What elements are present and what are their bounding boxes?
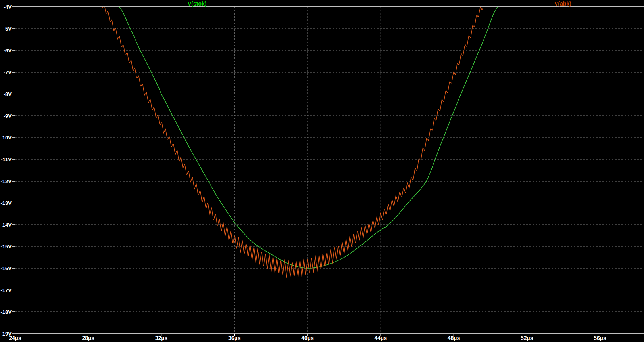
- x-axis-label: 44µs: [368, 335, 393, 341]
- legend-trace-vstok[interactable]: V(stok): [188, 0, 206, 7]
- waveform-viewer-window: -4V-5V-6V-7V-8V-9V-10V-11V-12V-13V-14V-1…: [0, 0, 644, 342]
- trace-vabk[interactable]: [96, 0, 491, 278]
- x-axis-label: 28µs: [75, 335, 101, 341]
- y-axis-label: -9V: [0, 113, 12, 119]
- x-axis-label: 36µs: [222, 335, 247, 341]
- y-axis-label: -18V: [0, 309, 12, 315]
- y-axis-label: -17V: [0, 287, 12, 293]
- x-axis-label: 40µs: [295, 335, 320, 341]
- y-axis-label: -6V: [0, 48, 12, 53]
- y-axis-label: -14V: [0, 222, 12, 228]
- y-axis-label: -11V: [0, 157, 12, 162]
- y-axis-label: -12V: [0, 178, 12, 184]
- y-axis-label: -7V: [0, 69, 12, 75]
- x-axis-label: 56µs: [587, 335, 613, 341]
- y-axis-label: -8V: [0, 91, 12, 97]
- y-axis-label: -16V: [0, 266, 12, 271]
- y-axis-label: -4V: [0, 4, 12, 10]
- legend-trace-vabk[interactable]: V(abk): [554, 0, 571, 7]
- waveform-plot[interactable]: [0, 0, 644, 342]
- x-axis-label: 48µs: [441, 335, 467, 341]
- x-axis-label: 52µs: [514, 335, 540, 341]
- y-axis-label: -5V: [0, 26, 12, 32]
- x-axis-label: 24µs: [2, 335, 28, 341]
- y-axis-label: -10V: [0, 135, 12, 141]
- y-axis-label: -13V: [0, 200, 12, 206]
- y-axis-label: -15V: [0, 244, 12, 250]
- x-axis-label: 32µs: [149, 335, 174, 341]
